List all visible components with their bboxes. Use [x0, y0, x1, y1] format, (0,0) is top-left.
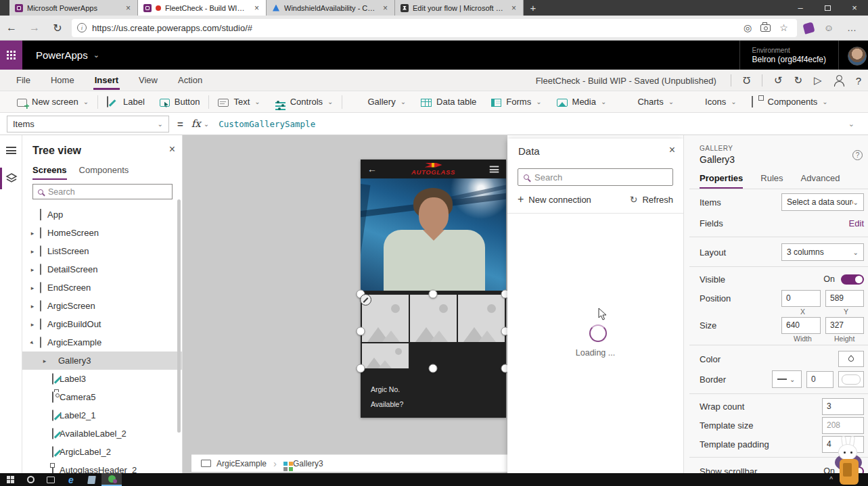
brand-menu[interactable]: PowerApps ⌄: [36, 49, 99, 61]
tree-item-argiclabel-2[interactable]: ▸ ArgicLabel_2: [22, 443, 182, 461]
visible-toggle[interactable]: [841, 274, 864, 285]
tab-rules[interactable]: Rules: [760, 173, 783, 189]
resize-handle-mid-left[interactable]: [357, 327, 365, 336]
tree-view-icon[interactable]: [5, 172, 18, 185]
url-input[interactable]: [92, 23, 735, 33]
tab-microsoft-flow[interactable]: Edit your flow | Microsoft Flow ×: [395, 0, 524, 16]
tree-item-camera5[interactable]: ▸ Camera5: [22, 388, 182, 406]
expander-icon[interactable]: ▸: [28, 285, 37, 291]
formula-expression[interactable]: CustomGallerySample: [219, 119, 315, 129]
position-x-input[interactable]: [781, 290, 821, 307]
resize-handle-bottom-right[interactable]: [501, 364, 508, 373]
fx-button[interactable]: fx ⌄: [191, 118, 209, 130]
collapse-panel-icon[interactable]: [6, 147, 16, 154]
preview-play-icon[interactable]: ▷: [814, 74, 822, 87]
size-width-input[interactable]: [781, 317, 821, 334]
border-style-dropdown[interactable]: ⌄: [772, 370, 802, 388]
tab-screens[interactable]: Screens: [32, 165, 67, 180]
tree-item-label3[interactable]: ▸ Label3: [22, 370, 182, 388]
minimize-button[interactable]: –: [787, 0, 814, 16]
url-field[interactable]: i ◎ ☆: [72, 19, 797, 37]
expander-icon[interactable]: ▸: [28, 248, 37, 255]
resize-handle-top-center[interactable]: [429, 290, 438, 299]
tree-search-input[interactable]: [48, 187, 167, 197]
expander-icon[interactable]: ▸: [28, 266, 37, 273]
tab-windshieldavailability[interactable]: WindshieldAvailability - CheckW ×: [267, 0, 395, 16]
tab-fleetcheck-active[interactable]: FleetCheck - Build WIP - Sa ×: [138, 0, 267, 16]
feedback-smiley-icon[interactable]: ☺: [821, 22, 837, 33]
gallery-item-placeholder[interactable]: [458, 295, 505, 342]
resize-handle-top-right[interactable]: [501, 290, 508, 299]
ribbon-media[interactable]: Media ⌄: [549, 91, 614, 112]
user-avatar[interactable]: [848, 47, 867, 66]
app-launcher-button[interactable]: [0, 41, 22, 70]
ribbon-forms[interactable]: Forms ⌄: [484, 91, 549, 112]
edit-gallery-pencil-icon[interactable]: [360, 294, 371, 306]
fields-edit-link[interactable]: Edit: [849, 218, 864, 228]
design-canvas[interactable]: ← AUTOGLASS: [183, 135, 507, 473]
ribbon-text[interactable]: Text ⌄: [210, 91, 267, 112]
recorder-taskbar-button[interactable]: [101, 473, 122, 486]
tree-item-availablelabel-2[interactable]: ▸ AvailableLabel_2: [22, 424, 182, 443]
tree-item-argicexample[interactable]: ▸ ArgicExample: [22, 333, 182, 351]
extension-icon[interactable]: [802, 22, 815, 34]
tree-item-argicscreen[interactable]: ▸ ArgicScreen: [22, 297, 182, 315]
expander-icon[interactable]: ▸: [28, 230, 37, 237]
items-datasource-dropdown[interactable]: Select a data source ⌄: [781, 193, 864, 211]
app-checker-icon[interactable]: Ω: [743, 75, 750, 87]
ribbon-gallery[interactable]: Gallery ⌄: [344, 91, 413, 112]
browser-menu-icon[interactable]: …: [844, 22, 860, 33]
color-picker-button[interactable]: [838, 351, 864, 367]
resize-handle-mid-right[interactable]: [501, 327, 508, 336]
help-icon[interactable]: ?: [852, 150, 863, 160]
layout-dropdown[interactable]: 3 columns ⌄: [781, 243, 864, 261]
gallery-item-placeholder[interactable]: [410, 295, 457, 342]
ribbon-new-screen[interactable]: New screen ⌄: [9, 91, 96, 112]
close-tab-icon[interactable]: ×: [253, 3, 260, 13]
expander-icon[interactable]: ▸: [27, 337, 39, 348]
forward-button[interactable]: →: [23, 22, 46, 34]
tree-item-argicbuildout[interactable]: ▸ ArgicBuildOut: [22, 315, 182, 333]
refresh-button[interactable]: ↻: [46, 22, 69, 34]
undo-icon[interactable]: ↺: [774, 74, 783, 87]
tab-microsoft-powerapps[interactable]: Microsoft PowerApps ×: [9, 0, 138, 16]
environment-selector[interactable]: Environment Belron (org84f4ecfe): [739, 41, 839, 70]
back-arrow-icon[interactable]: ←: [367, 164, 377, 174]
close-icon[interactable]: ×: [669, 144, 675, 156]
available-label-control[interactable]: Available?: [371, 400, 403, 408]
wrap-count-input[interactable]: [822, 398, 864, 415]
share-icon[interactable]: [833, 75, 844, 86]
border-width-input[interactable]: [806, 371, 833, 388]
tree-item-gallery3[interactable]: ▸ Gallery3: [22, 351, 182, 370]
ribbon-icons[interactable]: Icons ⌄: [681, 91, 744, 112]
app-taskbar-button[interactable]: [81, 473, 101, 486]
favorites-star-icon[interactable]: ☆: [776, 22, 792, 33]
redo-icon[interactable]: ↻: [794, 74, 803, 87]
resize-handle-bottom-center[interactable]: [429, 364, 438, 373]
reading-mode-icon[interactable]: ◎: [740, 22, 755, 33]
new-tab-button[interactable]: +: [524, 0, 543, 16]
tab-components[interactable]: Components: [79, 165, 129, 180]
data-search-box[interactable]: [518, 168, 673, 186]
close-window-button[interactable]: ×: [841, 0, 868, 16]
breadcrumb-screen[interactable]: ArgicExample: [216, 459, 267, 468]
ribbon-charts[interactable]: Charts ⌄: [614, 91, 681, 112]
tree-item-homescreen[interactable]: ▸ HomeScreen: [22, 224, 182, 242]
close-tab-icon[interactable]: ×: [124, 3, 132, 13]
border-color-swatch[interactable]: [838, 371, 864, 387]
expander-icon[interactable]: ▸: [28, 303, 37, 310]
expander-icon[interactable]: ▸: [40, 358, 49, 364]
site-info-icon[interactable]: i: [77, 23, 87, 32]
menu-hamburger-icon[interactable]: [490, 166, 499, 172]
menu-home[interactable]: Home: [49, 71, 76, 89]
edge-taskbar-button[interactable]: e: [61, 473, 81, 486]
camera-control-video[interactable]: [361, 178, 506, 291]
back-button[interactable]: ←: [0, 22, 23, 34]
tree-item-app[interactable]: ▸ App: [22, 205, 182, 224]
new-connection-button[interactable]: + New connection: [518, 193, 591, 205]
argic-no-label-control[interactable]: Argic No.: [371, 385, 400, 393]
tab-properties[interactable]: Properties: [700, 173, 743, 189]
close-tab-icon[interactable]: ×: [510, 3, 518, 13]
menu-action[interactable]: Action: [177, 71, 204, 89]
formula-collapse-icon[interactable]: ⌄: [848, 120, 854, 128]
